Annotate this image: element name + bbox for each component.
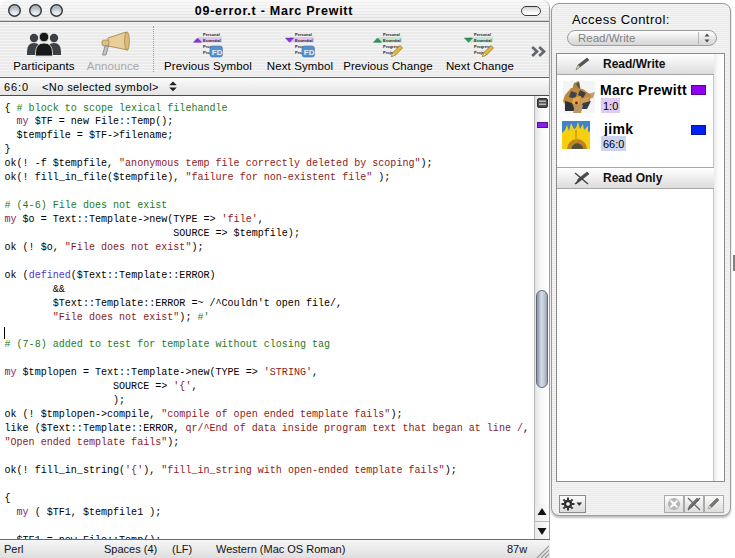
svg-text:FD: FD	[212, 48, 223, 57]
svg-text:Essential: Essential	[383, 38, 401, 43]
svg-text:Personal: Personal	[203, 32, 220, 37]
svg-text:FD: FD	[304, 48, 315, 57]
svg-text:Personal: Personal	[474, 32, 491, 37]
svg-text:Essential: Essential	[295, 38, 313, 43]
svg-text:Essential: Essential	[203, 38, 221, 43]
svg-text:Essential: Essential	[474, 38, 492, 43]
svg-text:Personal: Personal	[383, 32, 400, 37]
svg-text:Personal: Personal	[295, 32, 312, 37]
